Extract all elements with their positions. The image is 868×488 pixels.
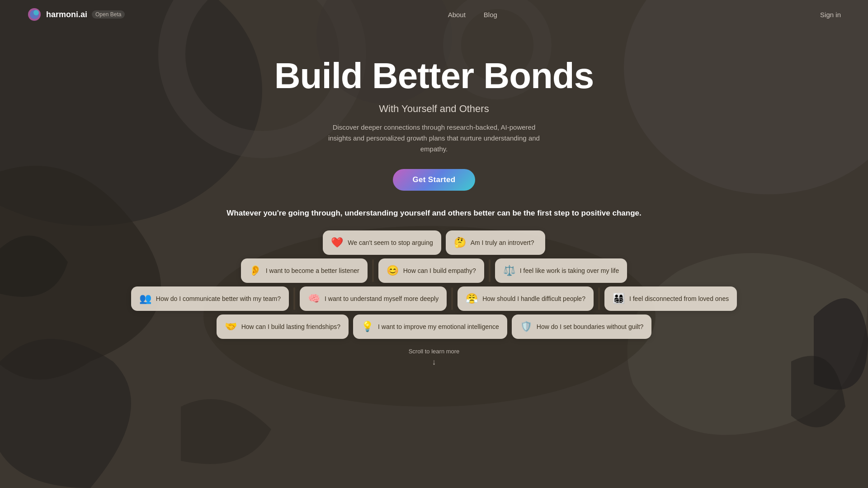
- card-text: How do I set boundaries without guilt?: [537, 323, 644, 331]
- divider: [372, 259, 374, 282]
- scale-icon: ⚖️: [503, 265, 515, 277]
- team-icon: 👥: [139, 293, 151, 305]
- card-better-listener[interactable]: 👂 I want to become a better listener: [241, 258, 368, 283]
- card-lasting-friendships[interactable]: 🤝 How can I build lasting friendships?: [217, 314, 349, 339]
- logo-icon: [27, 7, 42, 22]
- scroll-indicator: Scroll to learn more ↓: [0, 348, 868, 367]
- hero-subtitle: With Yourself and Others: [0, 103, 868, 115]
- card-text: I want to become a better listener: [266, 267, 359, 275]
- about-link[interactable]: About: [448, 11, 466, 19]
- card-stop-arguing[interactable]: ❤️ We can't seem to stop arguing: [323, 230, 441, 255]
- card-text: Am I truly an introvert?: [471, 239, 534, 247]
- navbar-links: About Blog: [448, 11, 497, 19]
- card-difficult-people[interactable]: 😤 How should I handle difficult people?: [458, 286, 594, 311]
- card-build-empathy[interactable]: 😊 How can I build empathy?: [378, 258, 484, 283]
- open-beta-badge: Open Beta: [92, 10, 125, 19]
- handshake-icon: 🤝: [225, 321, 237, 333]
- heart-icon: ❤️: [331, 237, 343, 249]
- smile-icon: 😊: [387, 265, 399, 277]
- signin-button[interactable]: Sign in: [820, 11, 841, 19]
- blog-link[interactable]: Blog: [484, 11, 497, 19]
- cards-row-3: 👥 How do I communicate better with my te…: [131, 286, 737, 311]
- card-work-life[interactable]: ⚖️ I feel like work is taking over my li…: [495, 258, 627, 283]
- ear-icon: 👂: [249, 265, 261, 277]
- card-text: How can I build lasting friendships?: [241, 323, 340, 331]
- hero-description: Discover deeper connections through rese…: [321, 122, 547, 155]
- card-disconnected[interactable]: 👨‍👩‍👧‍👦 I feel disconnected from loved o…: [604, 286, 737, 311]
- navbar-brand: harmoni.ai Open Beta: [27, 7, 125, 22]
- get-started-button[interactable]: Get Started: [393, 169, 476, 191]
- card-emotional-intelligence[interactable]: 💡 I want to improve my emotional intelli…: [353, 314, 507, 339]
- divider: [598, 287, 600, 310]
- card-text: I feel like work is taking over my life: [520, 267, 619, 275]
- cards-row-1: ❤️ We can't seem to stop arguing 🤔 Am I …: [323, 230, 545, 255]
- card-text: I feel disconnected from loved ones: [629, 295, 729, 303]
- navbar: harmoni.ai Open Beta About Blog Sign in: [0, 0, 868, 29]
- shield-icon: 🛡️: [520, 321, 532, 333]
- cards-row-4: 🤝 How can I build lasting friendships? 💡…: [217, 314, 652, 339]
- card-text: We can't seem to stop arguing: [348, 239, 433, 247]
- scroll-arrow-icon: ↓: [0, 357, 868, 367]
- angry-icon: 😤: [466, 293, 478, 305]
- hero-title: Build Better Bonds: [0, 56, 868, 96]
- thinking-icon: 🤔: [454, 237, 466, 249]
- divider: [293, 287, 295, 310]
- scroll-label: Scroll to learn more: [0, 348, 868, 355]
- card-understand-myself[interactable]: 🧠 I want to understand myself more deepl…: [300, 286, 447, 311]
- cards-row-2: 👂 I want to become a better listener 😊 H…: [241, 258, 627, 283]
- card-communicate-team[interactable]: 👥 How do I communicate better with my te…: [131, 286, 289, 311]
- family-icon: 👨‍👩‍👧‍👦: [613, 293, 625, 305]
- card-text: How do I communicate better with my team…: [156, 295, 281, 303]
- card-text: How can I build empathy?: [403, 267, 476, 275]
- bulb-icon: 💡: [361, 321, 373, 333]
- cards-area: ❤️ We can't seem to stop arguing 🤔 Am I …: [0, 230, 868, 339]
- card-text: How should I handle difficult people?: [482, 295, 585, 303]
- brain-icon: 🧠: [308, 293, 320, 305]
- brand-name: harmoni.ai: [46, 10, 87, 19]
- divider: [451, 287, 453, 310]
- divider: [489, 259, 491, 282]
- card-introvert[interactable]: 🤔 Am I truly an introvert?: [446, 230, 545, 255]
- tagline: Whatever you're going through, understan…: [0, 209, 868, 218]
- card-text: I want to improve my emotional intellige…: [378, 323, 499, 331]
- svg-point-9: [33, 10, 39, 15]
- card-boundaries[interactable]: 🛡️ How do I set boundaries without guilt…: [512, 314, 652, 339]
- card-text: I want to understand myself more deeply: [325, 295, 439, 303]
- hero-section: Build Better Bonds With Yourself and Oth…: [0, 29, 868, 191]
